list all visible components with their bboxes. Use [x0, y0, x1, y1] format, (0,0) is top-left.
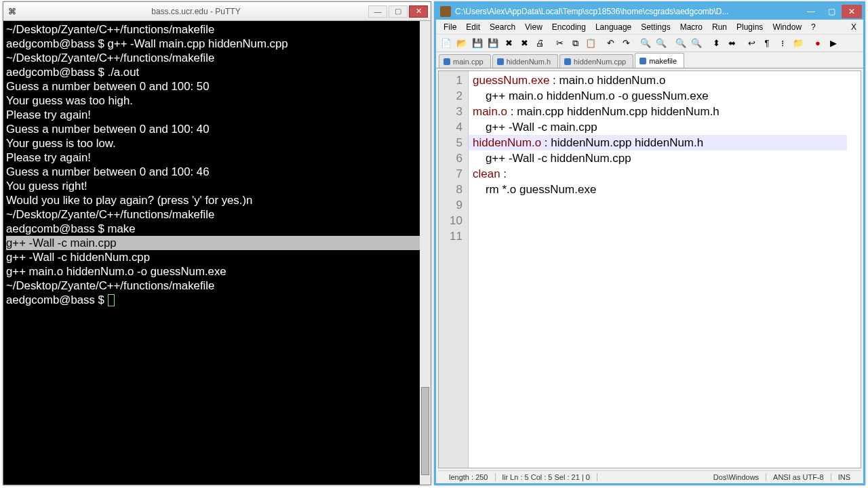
- code-line: g++ main.o hiddenNum.o -o guessNum.exe: [473, 88, 861, 104]
- terminal-line: aedgcomb@bass $ ./a.out: [6, 65, 428, 79]
- terminal-line: aedgcomb@bass $: [6, 293, 428, 307]
- close-button[interactable]: ✕: [409, 5, 428, 18]
- terminal-line: aedgcomb@bass $ make: [6, 222, 428, 236]
- sync-h-icon[interactable]: ⬌: [724, 36, 739, 51]
- sync-v-icon[interactable]: ⬍: [709, 36, 724, 51]
- zoom-in-icon[interactable]: 🔍: [673, 36, 688, 51]
- cut-icon[interactable]: ✂: [552, 36, 567, 51]
- terminal[interactable]: ~/Desktop/Zyante/C++/functions/makefilea…: [3, 21, 431, 485]
- find-icon[interactable]: 🔍: [638, 36, 653, 51]
- putty-title: bass.cs.ucr.edu - PuTTY: [24, 7, 368, 16]
- tab-main-cpp[interactable]: main.cpp: [439, 54, 491, 68]
- print-icon[interactable]: 🖨: [532, 36, 547, 51]
- tab-save-indicator-icon: [497, 58, 504, 65]
- close-button[interactable]: ✕: [842, 5, 862, 18]
- terminal-line: g++ -Wall -c hiddenNum.cpp: [6, 250, 428, 264]
- menu-settings[interactable]: Settings: [636, 22, 675, 32]
- menu-encoding[interactable]: Encoding: [547, 22, 591, 32]
- line-gutter: 1234567891011: [439, 71, 469, 468]
- terminal-line: ~/Desktop/Zyante/C++/functions/makefile: [6, 51, 428, 65]
- minimize-button[interactable]: —: [368, 5, 387, 18]
- replace-icon[interactable]: 🔍: [654, 36, 669, 51]
- play-macro-icon[interactable]: ▶: [826, 36, 841, 51]
- tab-label: hiddenNum.cpp: [574, 58, 626, 66]
- paste-icon[interactable]: 📋: [583, 36, 598, 51]
- tab-save-indicator-icon: [564, 58, 571, 65]
- code-line: hiddenNum.o : hiddenNum.cpp hiddenNum.h: [473, 135, 861, 150]
- menu-file[interactable]: File: [439, 22, 461, 32]
- close-file-icon[interactable]: ✖: [501, 36, 516, 51]
- status-eol: Dos\Windows: [707, 473, 766, 481]
- zoom-out-icon[interactable]: 🔍: [689, 36, 704, 51]
- minimize-button[interactable]: —: [801, 5, 821, 18]
- line-number: 9: [439, 197, 462, 213]
- redo-icon[interactable]: ↷: [618, 36, 633, 51]
- menu-window[interactable]: Window: [768, 22, 806, 32]
- notepadpp-icon: [440, 6, 451, 17]
- line-number: 3: [439, 104, 462, 119]
- menu-search[interactable]: Search: [485, 22, 520, 32]
- menu-macro[interactable]: Macro: [675, 22, 707, 32]
- code-area[interactable]: guessNum.exe : main.o hiddenNum.o g++ ma…: [469, 71, 861, 468]
- menu-bar: FileEditSearchViewEncodingLanguageSettin…: [436, 20, 863, 35]
- terminal-line: You guess right!: [6, 179, 428, 193]
- putty-titlebar[interactable]: ⌘ bass.cs.ucr.edu - PuTTY — ▢ ✕: [3, 2, 431, 21]
- toolbar: 📄 📂 💾 💾 ✖ ✖ 🖨 ✂ ⧉ 📋 ↶ ↷ 🔍 🔍 🔍 🔍 ⬍ ⬌ ↩ ¶ …: [436, 35, 863, 52]
- terminal-line: ~/Desktop/Zyante/C++/functions/makefile: [6, 279, 428, 293]
- indent-guide-icon[interactable]: ⫶: [775, 36, 790, 51]
- notepadpp-window: C:\Users\Alex\AppData\Local\Temp\scp1853…: [434, 1, 865, 485]
- terminal-line: Guess a number between 0 and 100: 46: [6, 165, 428, 179]
- code-line: main.o : main.cpp hiddenNum.cpp hiddenNu…: [473, 104, 861, 119]
- tab-makefile[interactable]: makefile: [635, 53, 684, 68]
- maximize-button[interactable]: ▢: [389, 5, 408, 18]
- code-line: g++ -Wall -c hiddenNum.cpp: [473, 150, 861, 166]
- show-all-icon[interactable]: ¶: [760, 36, 774, 51]
- terminal-line: Guess a number between 0 and 100: 40: [6, 122, 428, 136]
- menu-run[interactable]: Run: [707, 22, 732, 32]
- putty-window: ⌘ bass.cs.ucr.edu - PuTTY — ▢ ✕ ~/Deskto…: [3, 1, 431, 485]
- undo-icon[interactable]: ↶: [603, 36, 618, 51]
- line-number: 8: [439, 182, 462, 197]
- copy-icon[interactable]: ⧉: [568, 36, 583, 51]
- close-all-icon[interactable]: ✖: [517, 36, 532, 51]
- folder-margin-icon[interactable]: 📁: [791, 36, 806, 51]
- menu-view[interactable]: View: [520, 22, 547, 32]
- terminal-line: aedgcomb@bass $ g++ -Wall main.cpp hidde…: [6, 37, 428, 51]
- npp-titlebar[interactable]: C:\Users\Alex\AppData\Local\Temp\scp1853…: [436, 3, 863, 20]
- menu-?[interactable]: ?: [806, 22, 821, 32]
- tab-hiddenNum-cpp[interactable]: hiddenNum.cpp: [559, 54, 633, 68]
- save-icon[interactable]: 💾: [470, 36, 485, 51]
- tab-bar: main.cpphiddenNum.hhiddenNum.cppmakefile: [436, 52, 863, 68]
- line-number: 6: [439, 150, 462, 166]
- terminal-line: Please try again!: [6, 150, 428, 165]
- tab-label: hiddenNum.h: [507, 58, 551, 66]
- wordwrap-icon[interactable]: ↩: [744, 36, 759, 51]
- record-macro-icon[interactable]: ●: [810, 36, 825, 51]
- line-number: 2: [439, 88, 462, 104]
- terminal-scrollbar[interactable]: [420, 21, 431, 485]
- terminal-line: Please try again!: [6, 108, 428, 122]
- tab-hiddenNum-h[interactable]: hiddenNum.h: [492, 54, 558, 68]
- menu-close-doc[interactable]: X: [847, 22, 861, 32]
- terminal-line: Would you like to play again? (press 'y'…: [6, 193, 428, 207]
- code-line: clean :: [473, 166, 861, 182]
- menu-language[interactable]: Language: [591, 22, 636, 32]
- new-file-icon[interactable]: 📄: [439, 36, 454, 51]
- terminal-line: g++ -Wall -c main.cpp: [6, 236, 428, 250]
- menu-plugins[interactable]: Plugins: [732, 22, 768, 32]
- code-line: guessNum.exe : main.o hiddenNum.o: [473, 73, 861, 88]
- maximize-button[interactable]: ▢: [821, 5, 842, 18]
- tab-save-indicator-icon: [639, 58, 646, 64]
- open-file-icon[interactable]: 📂: [454, 36, 469, 51]
- terminal-line: Guess a number between 0 and 100: 50: [6, 79, 428, 94]
- status-insert-mode: INS: [831, 473, 857, 481]
- line-number: 5: [439, 135, 462, 150]
- editor[interactable]: 1234567891011 guessNum.exe : main.o hidd…: [438, 70, 861, 468]
- scrollbar-thumb[interactable]: [421, 387, 429, 475]
- menu-edit[interactable]: Edit: [461, 22, 485, 32]
- status-length: length : 250: [442, 473, 496, 481]
- line-number: 11: [439, 228, 462, 244]
- status-bar: length : 250 lir Ln : 5 Col : 5 Sel : 21…: [438, 470, 861, 483]
- save-all-icon[interactable]: 💾: [486, 36, 500, 51]
- terminal-line: ~/Desktop/Zyante/C++/functions/makefile: [6, 207, 428, 222]
